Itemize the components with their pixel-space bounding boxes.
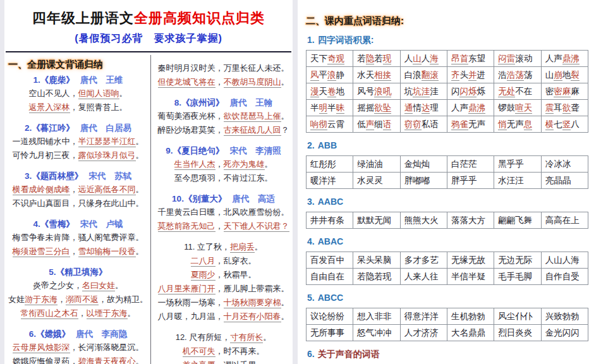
- word-cell: 胖嘟嘟: [400, 173, 447, 189]
- plain-text: 不识庐山真面目，只缘身在此山中。: [13, 198, 144, 208]
- key-phrase: 横看成岭侧成峰: [13, 185, 70, 195]
- poem-title-text: 3.《题西林壁》: [25, 171, 83, 181]
- word-cell: 风尘仆仆: [494, 308, 541, 325]
- document-viewer: 四年级上册语文全册高频知识点归类 (暑假预习必背 要求孩子掌握) 一、全册课文背…: [0, 0, 589, 364]
- key-phrase: 半江瑟瑟半江红: [78, 136, 136, 147]
- word-cell: 大名鼎鼎: [447, 325, 494, 341]
- subsection-title: ABB: [318, 140, 337, 150]
- word-cell: 响彻云霄: [307, 116, 353, 133]
- poem-block: 6.《嫦娥》唐代 李商隐云母屏风烛影深，长河渐落晓星沉。嫦娥应悔偷灵药，碧海青天…: [8, 327, 148, 364]
- table-row: 百发百中呆头呆脑多才多艺无缘无故无边无际人山人海: [307, 252, 588, 269]
- key-phrase: 云母屏风烛影深: [13, 343, 70, 353]
- key-character: 并: [468, 70, 477, 81]
- poem-title: 4.《雪梅》宋代 卢钺: [8, 217, 148, 231]
- key-character: 齐: [451, 70, 460, 81]
- plain-text: 得意洋洋: [404, 312, 439, 321]
- subsection-number: 4.: [307, 236, 315, 246]
- plain-text: 风号: [357, 87, 374, 96]
- section-heading-2: 二、课内重点词语归纳:: [306, 15, 404, 27]
- word-cell: 冷冰冰: [541, 156, 588, 173]
- poem-title-text: 10.《别董大》: [172, 194, 226, 203]
- subsection-number: 1.: [307, 35, 315, 45]
- word-cell: 无缘无故: [447, 252, 494, 269]
- page-right: 二、课内重点词语归纳: 1.四字词语积累:天下奇观若隐若现人山人海昂首东望闷雷滚…: [298, 0, 589, 364]
- plain-text: 胖嘟嘟: [404, 176, 430, 185]
- plain-text: 亮晶晶: [545, 176, 571, 185]
- word-cell: 暖洋洋: [307, 173, 353, 189]
- poem-columns: 一、全册课文背诵归纳 1.《鹿柴》唐代 王维空山不见人，但闻人语响。返景入深林，…: [4, 55, 293, 364]
- poem-author: 宋代 李清照: [230, 146, 281, 155]
- key-character: 卷: [327, 87, 336, 97]
- key-character: 相接: [374, 70, 391, 81]
- plain-text: ，: [216, 221, 224, 231]
- plain-text: ，雁儿脚上带霜来。: [216, 284, 289, 293]
- key-phrase: 十月还有小阳春: [224, 312, 281, 322]
- key-phrase: 夏雨少: [191, 270, 216, 281]
- subsection-title: 四字词语积累:: [318, 35, 374, 45]
- poem-title: 2.《暮江吟》唐代 白居易: [8, 121, 148, 135]
- plain-text: 女娃: [8, 294, 25, 304]
- key-phrase: 二八月: [191, 256, 216, 267]
- plain-text: 12. 尺有所短，: [176, 332, 231, 342]
- plain-text: 葡萄美酒夜光杯，: [158, 111, 224, 121]
- key-phrase: 机不可失: [183, 346, 216, 357]
- key-character: 麻: [562, 87, 571, 97]
- poem-line: 嫦娥应悔偷灵药，碧海青天夜夜心。: [8, 355, 148, 364]
- plain-text: 。: [119, 88, 128, 98]
- key-phrase: 碧海青天夜夜心: [78, 356, 136, 364]
- plain-text: ，: [70, 246, 78, 256]
- plain-text: 闪: [451, 87, 460, 96]
- plain-text: 水灵灵: [357, 176, 383, 185]
- poem-line: 空山不见人，但闻人语响。: [8, 87, 148, 100]
- word-cell: 风号浪吼: [353, 83, 400, 100]
- word-cell: 怒气冲冲: [353, 325, 400, 341]
- plain-text: 落落大方: [451, 215, 485, 225]
- word-cell: 金灿灿: [400, 156, 447, 173]
- key-phrase: 雪却输梅一段香: [78, 246, 136, 257]
- plain-text: 。: [281, 312, 289, 321]
- plain-text: 自作自受: [545, 272, 580, 281]
- poem-line: 炎帝之少女，名曰女娃。: [8, 279, 148, 293]
- word-cell: 金光闪闪: [541, 325, 588, 341]
- poem-block: 秦时明月汉时关，万里长征人未还。但使龙城飞将在，不教胡马度阴山。: [154, 61, 293, 89]
- poem-block: 3.《题西林壁》宋代 苏轼横看成岭侧成峰，远近高低各不同。不识庐山真面目，只缘身…: [8, 169, 148, 210]
- poem-author: 唐代 高适: [232, 194, 275, 203]
- poem-author: 唐代 李商隐: [76, 329, 127, 339]
- plain-text: 黑乎乎: [498, 159, 524, 169]
- poem-block: 1.《鹿柴》唐代 王维空山不见人，但闻人语响。返景入深林，复照青苔上。: [8, 73, 148, 114]
- key-character: 漫: [310, 87, 319, 97]
- plain-text: 。: [115, 281, 123, 290]
- key-character: 欲坠: [374, 103, 391, 114]
- plain-text: 情: [413, 103, 422, 112]
- page-title-black: 四年级上册语文: [32, 10, 134, 26]
- plain-text: 云霄: [327, 119, 344, 129]
- poem-line: 不识庐山真面目，只缘身在此山中。: [8, 197, 148, 210]
- table-row: 红彤彤绿油油金灿灿白茫茫黑乎乎冷冰冰: [307, 156, 588, 173]
- plain-text: 若: [374, 54, 383, 63]
- key-phrase: 但闻人语响: [78, 88, 119, 99]
- word-cell: 人声鼎沸: [447, 100, 494, 116]
- key-phrase: 以堙于东海: [87, 308, 128, 319]
- poem-block: 8.《凉州词》唐代 王翰葡萄美酒夜光杯，欲饮琵琶马上催。醉卧沙场君莫笑，古来征战…: [154, 96, 293, 137]
- plain-text: 醉卧沙场君莫笑，: [158, 125, 224, 135]
- poem-line: 秦时明月汉时关，万里长征人未还。: [154, 61, 293, 75]
- key-character: 鸦雀: [451, 119, 468, 130]
- key-character: 息: [524, 119, 533, 130]
- plain-text: 炎帝之少女，: [33, 281, 82, 290]
- key-character: 山: [413, 54, 422, 64]
- word-table: 天下奇观若隐若现人山人海昂首东望闷雷滚动人声鼎沸风平浪静水天相接白浪翻滚齐头并进…: [306, 50, 588, 133]
- key-phrase: 天下谁人不识君？: [224, 221, 289, 232]
- poem-author: 唐代 王翰: [230, 98, 273, 107]
- word-table: 百发百中呆头呆脑多才多艺无缘无故无边无际人山人海自由自在若隐若现人来人往半信半疑…: [306, 252, 588, 285]
- plain-text: 八月暖，九月温，: [158, 312, 224, 321]
- word-cell: 落落大方: [447, 212, 494, 229]
- key-character: 崩: [554, 70, 562, 81]
- poem-line: 二八月，乱穿衣。: [154, 254, 293, 268]
- key-character: 风: [310, 70, 319, 81]
- poem-line: 但使龙城飞将在，不教胡马度阴山。: [154, 75, 293, 89]
- plain-text: 风尘仆仆: [498, 312, 532, 321]
- plain-text: 半: [327, 103, 336, 112]
- plain-text: 默默无闻: [357, 215, 391, 225]
- poem-line: 八月里来雁门开，雁儿脚上带霜来。: [154, 282, 293, 296]
- page-left: 四年级上册语文全册高频知识点归类 (暑假预习必背 要求孩子掌握) 一、全册课文背…: [4, 0, 293, 364]
